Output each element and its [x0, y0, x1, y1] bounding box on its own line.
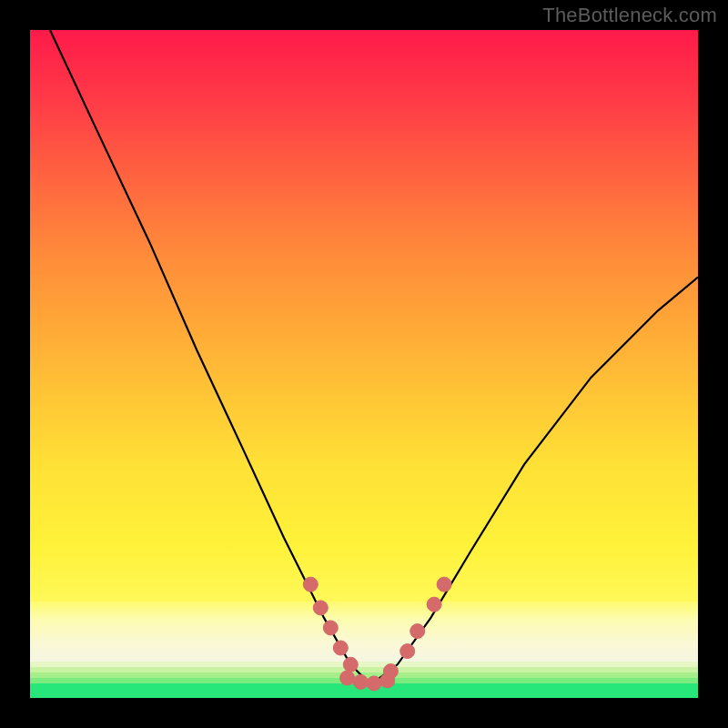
- curve-marker: [367, 676, 381, 691]
- curves-layer: [30, 30, 698, 698]
- plot-area: [30, 30, 698, 698]
- watermark-text: TheBottleneck.com: [542, 4, 717, 27]
- curve-marker: [410, 624, 425, 639]
- curve-marker: [333, 641, 348, 655]
- curve-marker: [313, 601, 328, 615]
- curve-marker: [437, 577, 451, 592]
- curve-left-curve: [50, 30, 370, 684]
- curve-marker: [400, 644, 415, 659]
- marker-group: [303, 577, 451, 691]
- curve-marker: [383, 664, 398, 679]
- curve-marker: [343, 657, 358, 672]
- curve-group: [50, 30, 698, 684]
- curve-marker: [303, 577, 318, 592]
- curve-marker: [353, 674, 368, 689]
- curve-marker: [323, 621, 338, 635]
- curve-right-curve: [370, 278, 698, 685]
- curve-marker: [427, 597, 441, 612]
- curve-marker: [340, 671, 355, 685]
- chart-frame: TheBottleneck.com: [0, 0, 728, 728]
